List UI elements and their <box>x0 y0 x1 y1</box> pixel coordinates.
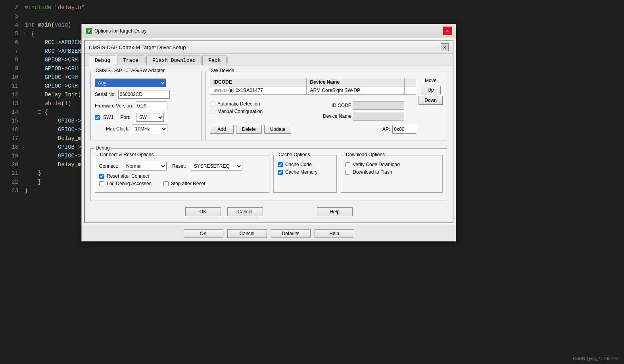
inner-cancel-button[interactable]: Cancel <box>227 207 263 216</box>
col-extra <box>405 78 416 86</box>
radio-dot-swdio <box>228 88 234 93</box>
add-button[interactable]: Add <box>210 125 234 134</box>
outer-titlebar: V Options for Target 'Delay' × <box>82 24 456 38</box>
connect-reset-group: Connect & Reset Options Connect: Normal … <box>95 155 269 193</box>
connect-label: Connect: <box>99 163 118 169</box>
max-clock-label: Max Clock: <box>106 126 129 132</box>
outer-close-button[interactable]: × <box>443 27 452 35</box>
move-label: Move <box>425 78 436 83</box>
outer-dialog-title: Options for Target 'Delay' <box>94 28 148 34</box>
serial-input[interactable] <box>118 90 170 99</box>
table-row[interactable]: SWDIO 0x1BA01477 <box>210 86 416 95</box>
cache-memory-checkbox[interactable] <box>278 170 283 175</box>
stop-after-reset-checkbox[interactable] <box>163 181 169 186</box>
outer-help-button[interactable]: Help <box>315 229 354 238</box>
sw-device-label: SW Device <box>209 68 236 73</box>
jtag-group: CMSIS-DAP - JTAG/SW Adapter Any Serial N… <box>90 71 202 140</box>
log-debug-checkbox[interactable] <box>99 181 104 186</box>
inner-titlebar: CMSIS-DAP Cortex-M Target Driver Setup × <box>85 41 453 54</box>
sw-device-table: IDCODE Device Name <box>210 78 416 95</box>
port-label: Port: <box>120 115 130 120</box>
manual-config-radio[interactable] <box>210 109 215 114</box>
titlebar-icon: V <box>86 28 92 34</box>
reset-after-connect-checkbox[interactable] <box>99 174 104 179</box>
download-flash-checkbox[interactable] <box>345 170 350 175</box>
max-clock-select[interactable]: 10MHz 1MHz 5MHz <box>132 125 167 133</box>
device-name-input-label: Device Name: <box>317 113 353 119</box>
outer-button-row: OK Cancel Defaults Help <box>82 226 456 241</box>
cache-options-group: Cache Options Cache Code Cache Memory <box>273 155 337 193</box>
watermark: CSDN @qq_41735476 <box>573 356 618 361</box>
device-name-value: ARM CoreSight SW-DP <box>307 86 405 95</box>
ap-label: AP: <box>382 126 390 132</box>
auto-detect-label: Automatic Detection <box>217 101 260 107</box>
inner-ok-button[interactable]: OK <box>185 207 221 216</box>
reset-select[interactable]: SYSRESETREQ VECTRESET HardReset <box>191 162 242 171</box>
cache-code-checkbox[interactable] <box>278 162 283 167</box>
download-flash-label: Download to Flash <box>353 169 392 175</box>
tab-flash-download[interactable]: Flash Download <box>146 56 202 65</box>
id-code-label: ID CODE: <box>317 103 353 108</box>
col-device-name: Device Name <box>307 78 405 86</box>
adapter-select[interactable]: Any <box>95 79 166 87</box>
inner-button-row: OK Cancel Help <box>90 205 447 217</box>
cache-code-label: Cache Code <box>285 162 312 167</box>
sw-device-group: SW Device IDCODE Device Name <box>205 71 447 140</box>
col-idcode: IDCODE <box>210 78 307 86</box>
delete-button[interactable]: Delete <box>236 125 262 134</box>
download-options-label: Download Options <box>344 152 386 157</box>
firmware-label: Firmware Version: <box>95 103 133 109</box>
connect-select[interactable]: Normal Under Reset Connect & Reset <box>123 162 167 171</box>
log-debug-label: Log Debug Accesses <box>107 181 152 186</box>
swj-checkbox[interactable] <box>95 115 100 120</box>
move-up-button[interactable]: Up <box>421 86 441 94</box>
move-buttons-panel: Move Up Down <box>419 78 443 134</box>
outer-defaults-button[interactable]: Defaults <box>271 229 311 238</box>
ap-input[interactable] <box>392 125 416 134</box>
manual-config-label: Manual Configuration <box>217 109 263 114</box>
reset-label: Reset: <box>172 163 186 169</box>
idcode-value: 0x1BA01477 <box>236 88 263 93</box>
tab-trace[interactable]: Trace <box>117 56 144 65</box>
tab-pack[interactable]: Pack <box>202 56 227 65</box>
update-button[interactable]: Update <box>264 125 292 134</box>
outer-dialog: V Options for Target 'Delay' × CMSIS-DAP… <box>81 24 456 241</box>
swdio-label: SWDIO <box>213 88 227 93</box>
id-code-input[interactable] <box>353 101 404 110</box>
tab-bar: Debug Trace Flash Download Pack <box>85 54 453 65</box>
verify-code-label: Verify Code Download <box>353 162 400 167</box>
move-down-button[interactable]: Down <box>419 96 443 105</box>
reset-after-connect-label: Reset after Connect <box>107 173 149 179</box>
cache-options-label: Cache Options <box>277 152 311 157</box>
inner-dialog-title: CMSIS-DAP Cortex-M Target Driver Setup <box>89 44 186 50</box>
auto-detect-radio[interactable] <box>210 101 215 107</box>
dialog-body: CMSIS-DAP - JTAG/SW Adapter Any Serial N… <box>85 65 453 222</box>
outer-cancel-button[interactable]: Cancel <box>227 229 267 238</box>
cache-memory-label: Cache Memory <box>285 169 317 175</box>
serial-label: Serial No: <box>95 92 116 97</box>
inner-help-button[interactable]: Help <box>317 207 353 216</box>
tab-debug[interactable]: Debug <box>89 56 116 65</box>
swj-label: SWJ <box>103 115 113 120</box>
firmware-input[interactable] <box>136 102 167 110</box>
debug-group-label: Debug <box>94 145 111 151</box>
stop-after-reset-label: Stop after Reset <box>171 181 205 186</box>
inner-close-button[interactable]: × <box>441 43 449 51</box>
download-options-group: Download Options Verify Code Download Do… <box>341 155 443 193</box>
top-section: CMSIS-DAP - JTAG/SW Adapter Any Serial N… <box>90 71 447 144</box>
port-select[interactable]: SW JTAG <box>136 113 164 122</box>
debug-group: Debug Connect & Reset Options Connect: N… <box>90 148 447 201</box>
outer-ok-button[interactable]: OK <box>184 229 223 238</box>
device-name-input[interactable] <box>353 112 404 121</box>
connect-reset-label: Connect & Reset Options <box>98 152 155 157</box>
verify-code-checkbox[interactable] <box>345 162 350 167</box>
jtag-group-label: CMSIS-DAP - JTAG/SW Adapter <box>94 68 166 73</box>
